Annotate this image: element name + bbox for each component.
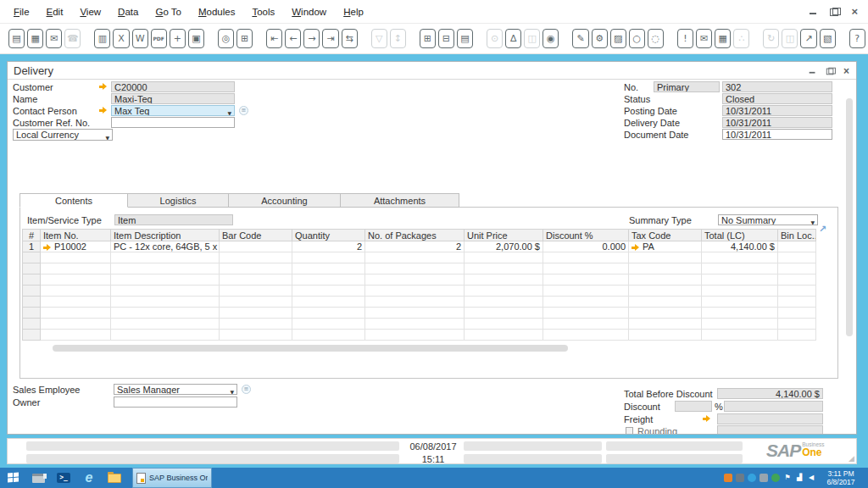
base-document-icon[interactable]: ⊞ bbox=[420, 29, 436, 48]
first-record-icon[interactable]: ⇤ bbox=[266, 29, 282, 48]
column-header-discount-[interactable]: Discount % bbox=[543, 230, 629, 241]
preview-icon[interactable]: ▤ bbox=[8, 29, 25, 48]
column-header-bin-loc-[interactable]: Bin Loc... bbox=[778, 230, 816, 241]
export-excel-icon[interactable]: X bbox=[113, 29, 129, 48]
document-date-field[interactable]: 10/31/2011 bbox=[722, 129, 832, 140]
cell[interactable] bbox=[220, 241, 292, 252]
customer-link-arrow-icon[interactable] bbox=[99, 83, 108, 90]
delivery-restore-button[interactable] bbox=[826, 68, 834, 75]
network-tray-icon[interactable]: ▟ bbox=[795, 474, 804, 482]
tab-attachments[interactable]: Attachments bbox=[340, 193, 459, 208]
journal-entry-icon[interactable]: ▤ bbox=[457, 29, 473, 48]
lock-screen-icon[interactable]: ▣ bbox=[188, 29, 204, 48]
freight-field[interactable] bbox=[717, 413, 823, 424]
contact-detail-icon[interactable]: ≡ bbox=[239, 106, 248, 115]
sales-employee-detail-icon[interactable]: ≡ bbox=[242, 385, 251, 394]
sales-employee-dropdown[interactable]: Sales Manager ▼ bbox=[114, 384, 237, 395]
refresh-record-icon[interactable]: ⇆ bbox=[342, 29, 358, 48]
cell[interactable]: P10002 bbox=[41, 241, 111, 252]
link-arrow-icon[interactable] bbox=[632, 244, 640, 251]
find-icon[interactable]: ◎ bbox=[218, 29, 234, 48]
menu-edit[interactable]: Edit bbox=[47, 7, 64, 17]
document-search-icon[interactable]: ◉ bbox=[542, 29, 559, 48]
volume-tray-icon[interactable]: ◀ bbox=[807, 474, 815, 482]
cell[interactable]: 2,070.00 $ bbox=[465, 241, 543, 252]
cell[interactable]: 0.000 bbox=[543, 241, 629, 252]
powershell-button[interactable]: >_ bbox=[51, 468, 76, 488]
security-tray-icon[interactable] bbox=[736, 474, 744, 482]
item-service-type-field[interactable]: Item bbox=[114, 214, 233, 225]
messages-icon[interactable]: ○ bbox=[629, 29, 645, 48]
cell[interactable] bbox=[778, 241, 816, 252]
email-icon[interactable]: ✉ bbox=[46, 29, 62, 48]
no-series-field[interactable]: Primary bbox=[654, 81, 720, 92]
skype-tray-icon[interactable] bbox=[748, 474, 756, 482]
query-icon[interactable]: ▧ bbox=[820, 29, 836, 48]
contact-person-dropdown[interactable]: Max Teq ▼ bbox=[111, 105, 235, 116]
add-record-icon[interactable]: ⊞ bbox=[236, 29, 253, 48]
edit-icon[interactable]: ✎ bbox=[572, 29, 588, 48]
cell[interactable]: PC - 12x core, 64GB, 5 x 15 bbox=[111, 241, 220, 252]
calendar-icon[interactable]: ▦ bbox=[715, 29, 731, 48]
help-icon[interactable]: ? bbox=[849, 29, 865, 48]
action-center-flag-icon[interactable]: ⚑ bbox=[783, 474, 792, 482]
menu-go-to[interactable]: Go To bbox=[155, 7, 181, 17]
customer-field[interactable]: C20000 bbox=[111, 81, 235, 92]
last-record-icon[interactable]: ⇥ bbox=[322, 29, 338, 48]
horizontal-scrollbar[interactable] bbox=[53, 345, 568, 352]
cell[interactable]: PA bbox=[629, 241, 702, 252]
form-settings-icon[interactable]: ⚙ bbox=[592, 29, 608, 48]
column-header-unit-price[interactable]: Unit Price bbox=[465, 230, 543, 241]
column-header-no-of-packages[interactable]: No. of Packages bbox=[365, 230, 465, 241]
menu-tools[interactable]: Tools bbox=[252, 7, 275, 17]
alerts-icon[interactable]: ! bbox=[677, 29, 693, 48]
cell[interactable]: 4,140.00 $ bbox=[702, 241, 778, 252]
authorizations-icon[interactable]: ▨ bbox=[610, 29, 626, 48]
menu-data[interactable]: Data bbox=[118, 7, 138, 17]
name-field[interactable]: Maxi-Teq bbox=[111, 93, 235, 104]
export-pdf-icon[interactable]: PDF bbox=[151, 29, 167, 48]
delivery-minimize-button[interactable] bbox=[809, 68, 816, 75]
column-header-total-lc-[interactable]: Total (LC) bbox=[702, 230, 778, 241]
tab-logistics[interactable]: Logistics bbox=[127, 193, 229, 208]
column-header-item-no-[interactable]: Item No. bbox=[41, 230, 111, 241]
sap-gui-tray-icon[interactable] bbox=[724, 474, 732, 482]
start-button[interactable] bbox=[0, 468, 25, 488]
column-header-tax-code[interactable]: Tax Code bbox=[629, 230, 702, 241]
column-header-quantity[interactable]: Quantity bbox=[292, 230, 365, 241]
menu-file[interactable]: File bbox=[14, 7, 30, 17]
column-header-bar-code[interactable]: Bar Code bbox=[220, 230, 292, 241]
next-record-icon[interactable]: → bbox=[303, 29, 320, 48]
target-document-icon[interactable]: ⊟ bbox=[438, 29, 454, 48]
update-tray-icon[interactable] bbox=[760, 474, 768, 482]
move-window-icon[interactable]: + bbox=[170, 29, 186, 48]
delivery-close-button[interactable]: × bbox=[843, 67, 849, 75]
cell[interactable]: 1 bbox=[23, 241, 41, 252]
summary-type-dropdown[interactable]: No Summary ▼ bbox=[718, 214, 818, 225]
menu-view[interactable]: View bbox=[80, 7, 101, 17]
owner-field[interactable] bbox=[114, 396, 237, 408]
tab-contents[interactable]: Contents bbox=[19, 193, 128, 208]
customer-ref-field[interactable] bbox=[111, 117, 235, 128]
menu-help[interactable]: Help bbox=[343, 7, 364, 17]
contact-link-arrow-icon[interactable] bbox=[99, 107, 108, 114]
server-manager-button[interactable] bbox=[25, 468, 51, 488]
expand-grid-icon[interactable]: ↗ bbox=[819, 224, 826, 235]
doc-number-field[interactable]: 302 bbox=[722, 81, 832, 92]
resize-grip[interactable]: ◢ bbox=[849, 454, 854, 463]
sync-tray-icon[interactable] bbox=[771, 474, 780, 482]
previous-record-icon[interactable]: ← bbox=[285, 29, 301, 48]
cell[interactable]: 2 bbox=[292, 241, 365, 252]
print-icon[interactable]: ▦ bbox=[27, 29, 43, 48]
taskbar-sap-business-one-button[interactable]: SAP Business One... bbox=[132, 468, 212, 488]
cell[interactable]: 2 bbox=[365, 241, 465, 252]
internet-explorer-button[interactable]: e bbox=[76, 468, 102, 488]
file-explorer-button[interactable] bbox=[102, 468, 127, 488]
app-restore-button[interactable] bbox=[830, 8, 839, 16]
column-header-row[interactable]: # bbox=[23, 230, 41, 241]
vertical-scrollbar[interactable] bbox=[846, 98, 853, 336]
send-message-icon[interactable]: ✉ bbox=[696, 29, 712, 48]
taskbar-clock[interactable]: 3:11 PM 6/8/2017 bbox=[819, 469, 863, 486]
copy-special-icon[interactable]: ▥ bbox=[94, 29, 110, 48]
delivery-date-field[interactable]: 10/31/2011 bbox=[722, 117, 832, 128]
